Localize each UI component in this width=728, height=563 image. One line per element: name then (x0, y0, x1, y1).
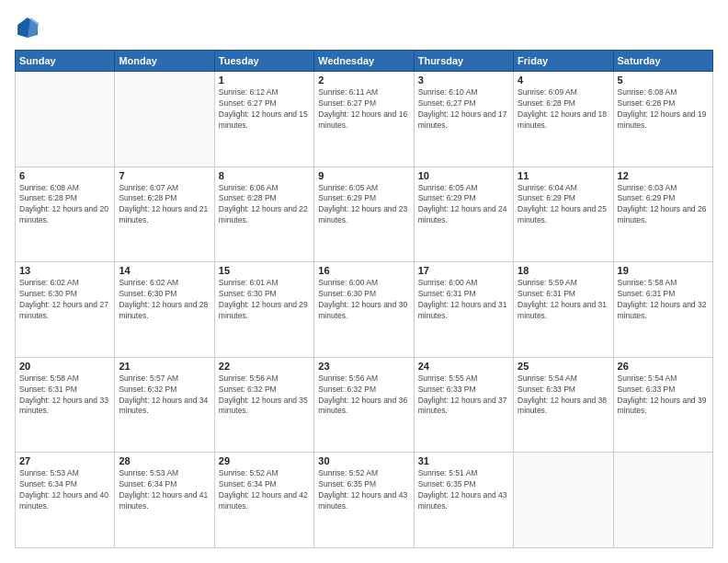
calendar-cell: 5Sunrise: 6:08 AMSunset: 6:28 PMDaylight… (613, 72, 712, 167)
day-info: Sunrise: 6:12 AMSunset: 6:27 PMDaylight:… (219, 87, 310, 132)
logo (15, 15, 44, 40)
day-number: 11 (518, 170, 609, 181)
day-info: Sunrise: 6:08 AMSunset: 6:28 PMDaylight:… (19, 183, 110, 227)
day-number: 12 (618, 170, 709, 181)
calendar-cell: 3Sunrise: 6:10 AMSunset: 6:27 PMDaylight… (414, 72, 513, 167)
calendar-week-5: 27Sunrise: 5:53 AMSunset: 6:34 PMDayligh… (16, 453, 713, 548)
calendar-cell (16, 72, 115, 167)
day-info: Sunrise: 6:01 AMSunset: 6:30 PMDaylight:… (219, 278, 310, 322)
calendar-cell (514, 453, 613, 548)
day-info: Sunrise: 5:53 AMSunset: 6:34 PMDaylight:… (119, 468, 210, 512)
calendar-cell: 16Sunrise: 6:00 AMSunset: 6:30 PMDayligh… (314, 262, 414, 358)
day-info: Sunrise: 6:02 AMSunset: 6:30 PMDaylight:… (19, 278, 110, 322)
calendar-cell: 27Sunrise: 5:53 AMSunset: 6:34 PMDayligh… (16, 453, 115, 548)
calendar-cell: 4Sunrise: 6:09 AMSunset: 6:28 PMDaylight… (514, 72, 613, 167)
day-info: Sunrise: 6:07 AMSunset: 6:28 PMDaylight:… (119, 183, 210, 227)
day-info: Sunrise: 5:58 AMSunset: 6:31 PMDaylight:… (618, 278, 709, 322)
day-info: Sunrise: 5:52 AMSunset: 6:35 PMDaylight:… (318, 468, 409, 512)
weekday-header-thursday: Thursday (414, 51, 513, 72)
day-info: Sunrise: 5:53 AMSunset: 6:34 PMDaylight:… (19, 468, 110, 512)
day-number: 4 (518, 75, 609, 86)
day-info: Sunrise: 6:03 AMSunset: 6:29 PMDaylight:… (618, 183, 709, 227)
day-info: Sunrise: 6:10 AMSunset: 6:27 PMDaylight:… (418, 87, 509, 132)
weekday-header-sunday: Sunday (16, 51, 115, 72)
calendar-cell: 30Sunrise: 5:52 AMSunset: 6:35 PMDayligh… (314, 453, 414, 548)
calendar-week-4: 20Sunrise: 5:58 AMSunset: 6:31 PMDayligh… (16, 357, 713, 453)
day-number: 17 (418, 265, 509, 276)
header (15, 15, 713, 40)
day-info: Sunrise: 5:57 AMSunset: 6:32 PMDaylight:… (119, 373, 210, 418)
day-number: 30 (318, 455, 409, 466)
day-info: Sunrise: 6:02 AMSunset: 6:30 PMDaylight:… (119, 278, 210, 322)
day-number: 7 (119, 170, 210, 181)
day-info: Sunrise: 6:05 AMSunset: 6:29 PMDaylight:… (418, 183, 509, 227)
day-number: 16 (318, 265, 409, 276)
calendar-cell: 26Sunrise: 5:54 AMSunset: 6:33 PMDayligh… (613, 357, 712, 453)
day-number: 23 (318, 361, 409, 372)
day-number: 9 (318, 170, 409, 181)
day-number: 15 (219, 265, 310, 276)
day-info: Sunrise: 5:54 AMSunset: 6:33 PMDaylight:… (518, 373, 609, 418)
day-number: 18 (518, 265, 609, 276)
day-number: 29 (219, 455, 310, 466)
day-number: 24 (418, 361, 509, 372)
calendar-cell: 7Sunrise: 6:07 AMSunset: 6:28 PMDaylight… (115, 167, 214, 262)
day-info: Sunrise: 6:08 AMSunset: 6:28 PMDaylight:… (618, 87, 709, 132)
day-info: Sunrise: 5:56 AMSunset: 6:32 PMDaylight:… (318, 373, 409, 418)
day-number: 31 (418, 455, 509, 466)
day-number: 2 (318, 75, 409, 86)
day-info: Sunrise: 5:54 AMSunset: 6:33 PMDaylight:… (618, 373, 709, 418)
calendar-cell: 22Sunrise: 5:56 AMSunset: 6:32 PMDayligh… (214, 357, 313, 453)
day-number: 6 (19, 170, 110, 181)
day-number: 27 (19, 455, 110, 466)
weekday-header-friday: Friday (514, 51, 613, 72)
day-info: Sunrise: 6:00 AMSunset: 6:30 PMDaylight:… (318, 278, 409, 322)
calendar-cell: 13Sunrise: 6:02 AMSunset: 6:30 PMDayligh… (16, 262, 115, 358)
calendar-cell: 15Sunrise: 6:01 AMSunset: 6:30 PMDayligh… (214, 262, 313, 358)
calendar-cell: 31Sunrise: 5:51 AMSunset: 6:35 PMDayligh… (414, 453, 513, 548)
day-number: 8 (219, 170, 310, 181)
calendar-cell: 28Sunrise: 5:53 AMSunset: 6:34 PMDayligh… (115, 453, 214, 548)
weekday-header-tuesday: Tuesday (214, 51, 313, 72)
weekday-header-row: SundayMondayTuesdayWednesdayThursdayFrid… (16, 51, 713, 72)
day-number: 20 (19, 361, 110, 372)
weekday-header-saturday: Saturday (613, 51, 712, 72)
day-info: Sunrise: 5:58 AMSunset: 6:31 PMDaylight:… (19, 373, 110, 418)
calendar-cell: 19Sunrise: 5:58 AMSunset: 6:31 PMDayligh… (613, 262, 712, 358)
calendar-cell: 20Sunrise: 5:58 AMSunset: 6:31 PMDayligh… (16, 357, 115, 453)
calendar-cell (613, 453, 712, 548)
calendar-cell: 12Sunrise: 6:03 AMSunset: 6:29 PMDayligh… (613, 167, 712, 262)
day-number: 21 (119, 361, 210, 372)
calendar-cell: 11Sunrise: 6:04 AMSunset: 6:29 PMDayligh… (514, 167, 613, 262)
calendar-cell: 17Sunrise: 6:00 AMSunset: 6:31 PMDayligh… (414, 262, 513, 358)
day-number: 13 (19, 265, 110, 276)
calendar-cell (115, 72, 214, 167)
day-info: Sunrise: 6:00 AMSunset: 6:31 PMDaylight:… (418, 278, 509, 322)
calendar-cell: 14Sunrise: 6:02 AMSunset: 6:30 PMDayligh… (115, 262, 214, 358)
day-number: 3 (418, 75, 509, 86)
weekday-header-monday: Monday (115, 51, 214, 72)
logo-icon (15, 15, 40, 40)
day-number: 5 (618, 75, 709, 86)
calendar-cell: 8Sunrise: 6:06 AMSunset: 6:28 PMDaylight… (214, 167, 313, 262)
calendar-table: SundayMondayTuesdayWednesdayThursdayFrid… (15, 50, 713, 548)
day-info: Sunrise: 5:51 AMSunset: 6:35 PMDaylight:… (418, 468, 509, 512)
calendar-cell: 29Sunrise: 5:52 AMSunset: 6:34 PMDayligh… (214, 453, 313, 548)
day-number: 19 (618, 265, 709, 276)
day-info: Sunrise: 6:05 AMSunset: 6:29 PMDaylight:… (318, 183, 409, 227)
day-number: 14 (119, 265, 210, 276)
calendar-cell: 10Sunrise: 6:05 AMSunset: 6:29 PMDayligh… (414, 167, 513, 262)
day-number: 25 (518, 361, 609, 372)
day-number: 26 (618, 361, 709, 372)
day-info: Sunrise: 5:56 AMSunset: 6:32 PMDaylight:… (219, 373, 310, 418)
weekday-header-wednesday: Wednesday (314, 51, 414, 72)
day-info: Sunrise: 5:55 AMSunset: 6:33 PMDaylight:… (418, 373, 509, 418)
calendar-week-1: 1Sunrise: 6:12 AMSunset: 6:27 PMDaylight… (16, 72, 713, 167)
day-info: Sunrise: 5:52 AMSunset: 6:34 PMDaylight:… (219, 468, 310, 512)
calendar-week-2: 6Sunrise: 6:08 AMSunset: 6:28 PMDaylight… (16, 167, 713, 262)
day-number: 28 (119, 455, 210, 466)
calendar-cell: 24Sunrise: 5:55 AMSunset: 6:33 PMDayligh… (414, 357, 513, 453)
page: SundayMondayTuesdayWednesdayThursdayFrid… (0, 0, 728, 563)
calendar-cell: 23Sunrise: 5:56 AMSunset: 6:32 PMDayligh… (314, 357, 414, 453)
calendar-cell: 6Sunrise: 6:08 AMSunset: 6:28 PMDaylight… (16, 167, 115, 262)
